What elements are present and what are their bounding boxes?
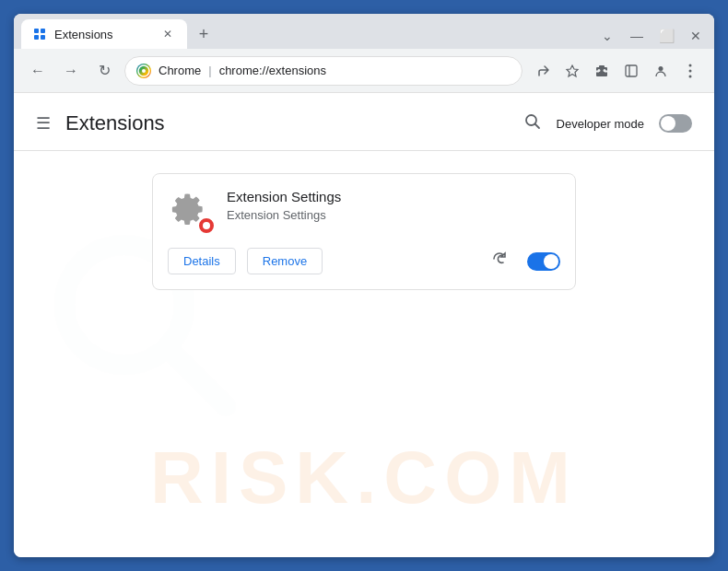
bookmark-icon[interactable]	[559, 58, 585, 84]
extension-name: Extension Settings	[227, 189, 560, 204]
address-bar-input[interactable]: Chrome | chrome://extensions	[124, 56, 523, 86]
search-button[interactable]	[523, 112, 542, 135]
tab-title-label: Extensions	[54, 28, 152, 41]
menu-icon[interactable]	[677, 58, 703, 84]
extension-info: Extension Settings Extension Settings	[227, 189, 560, 222]
reload-extension-icon[interactable]	[490, 250, 509, 273]
minimize-button[interactable]: —	[629, 29, 644, 43]
forward-button[interactable]: →	[58, 58, 84, 84]
tab-close-button[interactable]: ✕	[159, 26, 176, 42]
svg-rect-7	[626, 65, 637, 76]
restore-button[interactable]: ⬜	[659, 29, 674, 43]
extension-badge-icon	[197, 216, 216, 235]
svg-point-12	[689, 75, 692, 77]
developer-mode-label: Developer mode	[557, 117, 644, 131]
svg-point-5	[142, 69, 146, 73]
svg-rect-1	[41, 29, 45, 33]
extensions-header: ☰ Extensions Developer mode	[14, 93, 714, 151]
details-button[interactable]: Details	[168, 248, 236, 274]
svg-rect-3	[41, 35, 45, 40]
svg-point-9	[659, 66, 663, 71]
site-name-label: Chrome	[159, 64, 201, 77]
profile-icon[interactable]	[648, 58, 674, 84]
svg-point-10	[689, 64, 692, 66]
svg-line-16	[170, 351, 226, 406]
svg-rect-0	[34, 29, 39, 33]
extensions-icon[interactable]	[589, 58, 615, 84]
url-text: chrome://extensions	[219, 64, 326, 77]
title-bar: Extensions ✕ + ⌄ — ⬜ ✕	[14, 14, 714, 49]
nav-menu-icon[interactable]: ☰	[36, 113, 51, 134]
window-controls: ⌄ — ⬜ ✕	[600, 29, 703, 49]
page-content: ☰ Extensions Developer mode	[14, 93, 714, 557]
header-actions: Developer mode	[523, 112, 692, 135]
address-separator: |	[208, 64, 211, 77]
card-top: Extension Settings Extension Settings	[168, 189, 560, 233]
reload-button[interactable]: ↻	[91, 58, 117, 84]
extension-toggle[interactable]	[527, 252, 560, 271]
site-security-icon	[136, 64, 151, 78]
extensions-list: Extension Settings Extension Settings De…	[14, 151, 714, 312]
developer-mode-toggle[interactable]	[659, 114, 692, 133]
page-title: Extensions	[65, 111, 523, 135]
browser-window: Extensions ✕ + ⌄ — ⬜ ✕ ← → ↻ Chrome | ch…	[14, 14, 714, 557]
active-tab[interactable]: Extensions ✕	[21, 19, 187, 49]
remove-button[interactable]: Remove	[247, 248, 323, 274]
extension-description: Extension Settings	[227, 208, 560, 222]
close-button[interactable]: ✕	[688, 29, 703, 43]
new-tab-button[interactable]: +	[191, 21, 217, 47]
extension-card: Extension Settings Extension Settings De…	[152, 173, 576, 290]
share-icon[interactable]	[530, 58, 556, 84]
svg-rect-2	[34, 35, 39, 40]
toolbar-icons	[530, 58, 703, 84]
extension-icon-wrap	[168, 189, 212, 233]
sidebar-toggle-icon[interactable]	[618, 58, 644, 84]
watermark-text: RISK.COM	[14, 436, 714, 520]
card-bottom: Details Remove	[168, 248, 560, 274]
chevron-down-icon[interactable]: ⌄	[600, 29, 615, 43]
tab-favicon-icon	[32, 27, 47, 41]
back-button[interactable]: ←	[25, 58, 51, 84]
svg-line-14	[534, 123, 539, 128]
svg-marker-6	[567, 65, 578, 76]
svg-point-11	[689, 69, 692, 72]
address-bar: ← → ↻ Chrome | chrome://extensions	[14, 49, 714, 93]
